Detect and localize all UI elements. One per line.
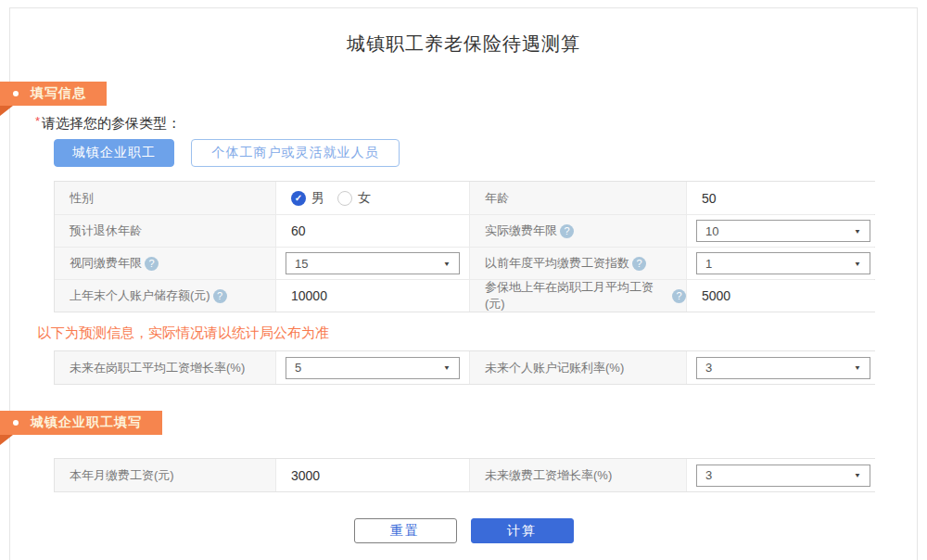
wage-growth-field: 5 ▼ xyxy=(275,351,469,384)
deemed-years-select[interactable]: 15 ▼ xyxy=(286,252,460,274)
section-badge-company-fill: 城镇企业职工填写 xyxy=(0,411,162,435)
account-rate-field: 3 ▼ xyxy=(686,351,876,384)
wage-index-select[interactable]: 1 ▼ xyxy=(696,252,870,274)
section-badge-label: 城镇企业职工填写 xyxy=(31,414,142,431)
table-row: 未来在岗职工平均工资增长率(%) 5 ▼ 未来个人账户记账利率(%) 3 ▼ xyxy=(55,351,874,384)
wage-growth-select[interactable]: 5 ▼ xyxy=(286,357,460,379)
basic-info-table: 性别 ✓ 男 女 年龄 50 预计退休年龄 60 实际缴费年限 ? 10 xyxy=(54,181,875,312)
deemed-years-label: 视同缴费年限 ? xyxy=(55,248,275,279)
company-table: 本年月缴费工资(元) 3000 未来缴费工资增长率(%) 3 ▼ xyxy=(54,458,875,492)
insured-type-options: 城镇企业职工 个体工商户或灵活就业人员 xyxy=(54,139,400,167)
balance-label: 上年末个人账户储存额(元) ? xyxy=(55,280,275,312)
action-bar: 重置 计算 xyxy=(0,518,927,543)
forecast-table: 未来在岗职工平均工资增长率(%) 5 ▼ 未来个人账户记账利率(%) 3 ▼ xyxy=(54,350,875,385)
chevron-down-icon: ▼ xyxy=(443,364,451,372)
age-label: 年龄 xyxy=(469,182,686,214)
wage-index-label: 以前年度平均缴费工资指数 ? xyxy=(469,248,686,279)
future-growth-select[interactable]: 3 ▼ xyxy=(696,465,870,487)
bullet-icon xyxy=(13,420,19,426)
help-icon[interactable]: ? xyxy=(560,224,574,238)
avg-wage-input[interactable]: 5000 xyxy=(686,280,876,312)
bullet-icon xyxy=(13,91,19,96)
age-input[interactable]: 50 xyxy=(686,182,876,214)
avg-wage-label: 参保地上年在岗职工月平均工资(元) ? xyxy=(469,280,686,312)
chevron-down-icon: ▼ xyxy=(443,260,451,267)
balance-input[interactable]: 10000 xyxy=(275,280,469,312)
chevron-down-icon: ▼ xyxy=(854,227,861,235)
pension-calculator-page: 城镇职工养老保险待遇测算 填写信息 *请选择您的参保类型： 城镇企业职工 个体工… xyxy=(0,0,927,560)
radio-female-unchecked[interactable] xyxy=(337,191,352,206)
table-row: 本年月缴费工资(元) 3000 未来缴费工资增长率(%) 3 ▼ xyxy=(55,459,874,491)
gender-field: ✓ 男 女 xyxy=(275,182,469,214)
wage-index-field: 1 ▼ xyxy=(686,248,876,279)
insured-type-label: *请选择您的参保类型： xyxy=(35,114,181,133)
help-icon[interactable]: ? xyxy=(672,289,686,303)
actual-years-field: 10 ▼ xyxy=(686,215,876,247)
forecast-notice: 以下为预测信息，实际情况请以统计局公布为准 xyxy=(37,325,329,342)
chevron-down-icon: ▼ xyxy=(854,260,861,267)
monthly-wage-label: 本年月缴费工资(元) xyxy=(55,459,275,491)
type-button-self-employed[interactable]: 个体工商户或灵活就业人员 xyxy=(191,139,400,167)
account-rate-select[interactable]: 3 ▼ xyxy=(696,357,870,379)
gender-label: 性别 xyxy=(55,182,275,214)
help-icon[interactable]: ? xyxy=(145,257,159,271)
actual-years-label: 实际缴费年限 ? xyxy=(469,215,686,247)
future-growth-field: 3 ▼ xyxy=(686,459,876,491)
radio-male-checked[interactable]: ✓ xyxy=(291,191,306,206)
retire-age-label: 预计退休年龄 xyxy=(55,215,275,247)
future-growth-label: 未来缴费工资增长率(%) xyxy=(469,459,686,491)
account-rate-label: 未来个人账户记账利率(%) xyxy=(469,351,686,384)
radio-female-label[interactable]: 女 xyxy=(358,190,371,207)
retire-age-input[interactable]: 60 xyxy=(275,215,469,247)
section-badge-fill-info: 填写信息 xyxy=(0,82,107,106)
table-row: 性别 ✓ 男 女 年龄 50 xyxy=(55,182,874,214)
radio-male-label[interactable]: 男 xyxy=(311,190,324,207)
deemed-years-field: 15 ▼ xyxy=(275,248,469,279)
table-row: 上年末个人账户储存额(元) ? 10000 参保地上年在岗职工月平均工资(元) … xyxy=(55,279,874,312)
section-badge-label: 填写信息 xyxy=(31,85,86,102)
help-icon[interactable]: ? xyxy=(632,257,646,271)
calculate-button[interactable]: 计算 xyxy=(471,518,574,543)
wage-growth-label: 未来在岗职工平均工资增长率(%) xyxy=(55,351,275,384)
page-title: 城镇职工养老保险待遇测算 xyxy=(0,32,927,57)
chevron-down-icon: ▼ xyxy=(854,472,861,479)
table-row: 预计退休年龄 60 实际缴费年限 ? 10 ▼ xyxy=(55,214,874,247)
table-row: 视同缴费年限 ? 15 ▼ 以前年度平均缴费工资指数 ? 1 ▼ xyxy=(55,247,874,279)
type-button-urban-employee[interactable]: 城镇企业职工 xyxy=(54,139,174,167)
chevron-down-icon: ▼ xyxy=(854,364,861,372)
required-mark: * xyxy=(35,114,40,128)
actual-years-select[interactable]: 10 ▼ xyxy=(696,220,870,242)
help-icon[interactable]: ? xyxy=(213,289,227,303)
gender-radio-group: ✓ 男 女 xyxy=(291,190,378,207)
reset-button[interactable]: 重置 xyxy=(354,518,457,543)
monthly-wage-input[interactable]: 3000 xyxy=(275,459,469,491)
